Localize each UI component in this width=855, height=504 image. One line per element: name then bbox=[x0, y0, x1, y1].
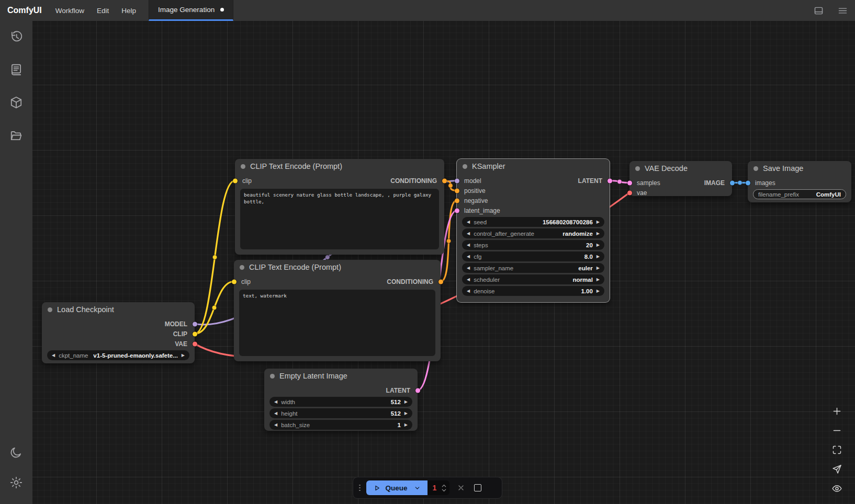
stop-button[interactable] bbox=[474, 484, 481, 491]
menu-icon[interactable] bbox=[836, 4, 849, 17]
increment-arrow-icon[interactable]: ▶ bbox=[597, 220, 600, 224]
increment-arrow-icon[interactable]: ▶ bbox=[597, 289, 600, 293]
sidebar-settings-icon[interactable] bbox=[7, 474, 25, 491]
prompt-textarea[interactable]: text, watermark bbox=[239, 290, 435, 356]
input-slot-dot-images[interactable] bbox=[746, 180, 750, 185]
decrement-arrow-icon[interactable]: ◀ bbox=[52, 353, 55, 358]
widget-scheduler[interactable]: ◀schedulernormal▶ bbox=[462, 274, 604, 284]
output-slot-dot-CONDITIONING[interactable] bbox=[442, 178, 447, 183]
widget-cfg[interactable]: ◀cfg8.0▶ bbox=[462, 251, 604, 261]
batch-count-stepper[interactable] bbox=[441, 484, 447, 492]
node-header[interactable]: CLIP Text Encode (Prompt) bbox=[235, 159, 444, 174]
node-clip-positive[interactable]: CLIP Text Encode (Prompt)clipCONDITIONIN… bbox=[235, 159, 444, 255]
input-slot-dot-negative[interactable] bbox=[455, 198, 459, 203]
widget-batch_size[interactable]: ◀batch_size1▶ bbox=[269, 420, 412, 430]
clear-queue-button[interactable] bbox=[457, 484, 465, 492]
input-slot-dot-vae[interactable] bbox=[627, 190, 632, 195]
node-save-image[interactable]: Save Imageimagesfilename_prefixComfyUI bbox=[748, 161, 851, 202]
zoom-in-icon[interactable] bbox=[831, 405, 843, 417]
output-slot-dot-MODEL[interactable] bbox=[193, 322, 197, 326]
decrement-arrow-icon[interactable]: ◀ bbox=[274, 423, 277, 427]
increment-arrow-icon[interactable]: ▶ bbox=[597, 266, 600, 270]
node-vae-decode[interactable]: VAE DecodesamplesIMAGEvae bbox=[629, 161, 732, 196]
node-canvas[interactable] bbox=[32, 21, 855, 504]
node-header[interactable]: VAE Decode bbox=[629, 161, 732, 176]
decrement-arrow-icon[interactable]: ◀ bbox=[467, 278, 470, 282]
drag-handle[interactable] bbox=[359, 485, 361, 491]
queue-button[interactable]: Queue bbox=[366, 480, 428, 495]
sidebar-history-icon[interactable] bbox=[7, 28, 25, 45]
widget-denoise[interactable]: ◀denoise1.00▶ bbox=[462, 286, 604, 296]
sidebar-model-library-icon[interactable] bbox=[7, 94, 25, 111]
widget-filename_prefix[interactable]: filename_prefixComfyUI bbox=[753, 189, 846, 199]
collapse-dot[interactable] bbox=[48, 307, 52, 312]
collapse-dot[interactable] bbox=[753, 166, 758, 171]
increment-arrow-icon[interactable]: ▶ bbox=[404, 400, 408, 404]
select-mode-icon[interactable] bbox=[831, 463, 843, 475]
decrement-arrow-icon[interactable]: ◀ bbox=[274, 411, 277, 416]
input-slot-dot-positive[interactable] bbox=[455, 188, 459, 193]
sidebar-node-library-icon[interactable] bbox=[7, 61, 25, 78]
widget-control_after_generate[interactable]: ◀control_after_generaterandomize▶ bbox=[462, 228, 604, 238]
node-header[interactable]: KSampler bbox=[457, 159, 610, 174]
node-header[interactable]: Empty Latent Image bbox=[264, 369, 418, 383]
increment-arrow-icon[interactable]: ▶ bbox=[182, 353, 185, 358]
input-slot-dot-samples[interactable] bbox=[627, 180, 632, 185]
input-slot-dot-latent_image[interactable] bbox=[455, 208, 459, 213]
output-slot-dot-CLIP[interactable] bbox=[193, 331, 197, 336]
collapse-dot[interactable] bbox=[240, 265, 244, 270]
collapse-dot[interactable] bbox=[635, 166, 640, 171]
decrement-arrow-icon[interactable]: ◀ bbox=[467, 232, 470, 236]
decrement-arrow-icon[interactable]: ◀ bbox=[467, 266, 470, 270]
node-header[interactable]: Load Checkpoint bbox=[42, 302, 195, 317]
widget-sampler_name[interactable]: ◀sampler_nameeuler▶ bbox=[462, 263, 604, 273]
panel-bottom-icon[interactable] bbox=[812, 4, 825, 17]
collapse-dot[interactable] bbox=[463, 164, 467, 169]
node-header[interactable]: Save Image bbox=[748, 161, 851, 176]
input-slot-dot-clip[interactable] bbox=[232, 279, 237, 284]
chevron-down-icon[interactable] bbox=[441, 488, 447, 492]
batch-count-input[interactable]: 1 bbox=[428, 480, 449, 495]
sidebar-theme-toggle-icon[interactable] bbox=[7, 443, 25, 461]
increment-arrow-icon[interactable]: ▶ bbox=[404, 423, 408, 427]
output-slot-dot-VAE[interactable] bbox=[193, 341, 197, 346]
increment-arrow-icon[interactable]: ▶ bbox=[404, 411, 408, 416]
prompt-textarea[interactable]: beautiful scenery nature glass bottle la… bbox=[240, 189, 439, 249]
menu-workflow[interactable]: Workflow bbox=[49, 0, 91, 21]
decrement-arrow-icon[interactable]: ◀ bbox=[467, 243, 470, 247]
increment-arrow-icon[interactable]: ▶ bbox=[597, 278, 600, 282]
widget-height[interactable]: ◀height512▶ bbox=[269, 408, 412, 418]
toggle-link-visibility-icon[interactable] bbox=[831, 483, 843, 495]
collapse-dot[interactable] bbox=[241, 164, 245, 169]
node-empty-latent[interactable]: Empty Latent ImageLATENT◀width512▶◀heigh… bbox=[264, 369, 418, 431]
output-slot-dot-LATENT[interactable] bbox=[608, 178, 612, 183]
menu-help[interactable]: Help bbox=[115, 0, 142, 21]
node-ksampler[interactable]: KSamplermodelLATENTpositivenegativelaten… bbox=[457, 159, 610, 302]
widget-width[interactable]: ◀width512▶ bbox=[269, 397, 412, 407]
decrement-arrow-icon[interactable]: ◀ bbox=[467, 289, 470, 293]
input-slot-dot-model[interactable] bbox=[455, 178, 459, 183]
node-header[interactable]: CLIP Text Encode (Prompt) bbox=[234, 260, 441, 274]
increment-arrow-icon[interactable]: ▶ bbox=[597, 232, 600, 236]
fit-view-icon[interactable] bbox=[831, 444, 843, 456]
input-slot-dot-clip[interactable] bbox=[233, 178, 238, 183]
output-slot-dot-IMAGE[interactable] bbox=[730, 180, 735, 185]
collapse-dot[interactable] bbox=[270, 374, 275, 379]
menu-edit[interactable]: Edit bbox=[91, 0, 115, 21]
increment-arrow-icon[interactable]: ▶ bbox=[597, 255, 600, 259]
widget-seed[interactable]: ◀seed156680208700286▶ bbox=[462, 217, 604, 227]
chevron-up-icon[interactable] bbox=[441, 484, 447, 488]
decrement-arrow-icon[interactable]: ◀ bbox=[467, 255, 470, 259]
output-slot-dot-CONDITIONING[interactable] bbox=[438, 279, 443, 284]
widget-ckpt_name[interactable]: ◀ckpt_namev1-5-pruned-emaonly.safete...▶ bbox=[47, 350, 189, 360]
workflow-tab[interactable]: Image Generation bbox=[149, 0, 233, 21]
decrement-arrow-icon[interactable]: ◀ bbox=[467, 220, 470, 224]
sidebar-workflows-icon[interactable] bbox=[7, 127, 25, 144]
widget-steps[interactable]: ◀steps20▶ bbox=[462, 240, 604, 250]
node-load-checkpoint[interactable]: Load CheckpointMODELCLIPVAE◀ckpt_namev1-… bbox=[42, 302, 195, 363]
decrement-arrow-icon[interactable]: ◀ bbox=[274, 400, 277, 404]
increment-arrow-icon[interactable]: ▶ bbox=[597, 243, 600, 247]
node-clip-negative[interactable]: CLIP Text Encode (Prompt)clipCONDITIONIN… bbox=[234, 260, 441, 361]
zoom-out-icon[interactable] bbox=[831, 425, 843, 437]
output-slot-dot-LATENT[interactable] bbox=[415, 388, 420, 393]
